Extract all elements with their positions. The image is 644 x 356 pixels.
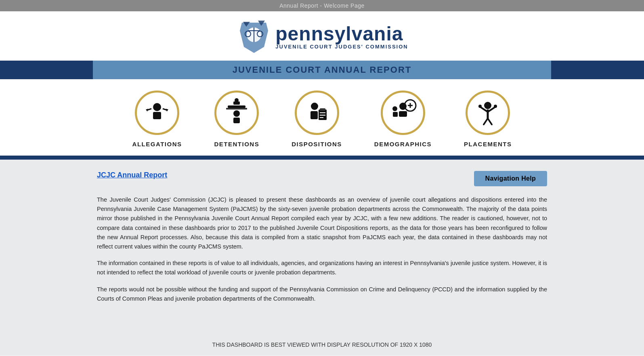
- allegations-icon-circle: [135, 91, 179, 135]
- nav-item-placements[interactable]: PLACEMENTS: [464, 91, 512, 147]
- placements-icon: [473, 98, 502, 127]
- svg-point-32: [484, 102, 491, 109]
- content-paragraph-1: The Juvenile Court Judges' Commission (J…: [97, 195, 547, 251]
- logo-text: pennsylvania JUVENILE COURT JUDGES' COMM…: [275, 24, 408, 50]
- nav-item-detentions[interactable]: DETENTIONS: [214, 91, 259, 147]
- content-body: The Juvenile Court Judges' Commission (J…: [97, 195, 547, 303]
- nav-item-allegations[interactable]: ALLEGATIONS: [132, 91, 182, 147]
- logo-area: pennsylvania JUVENILE COURT JUDGES' COMM…: [0, 11, 644, 61]
- content-paragraph-2: The information contained in these repor…: [97, 259, 547, 277]
- nav-icons-area: ALLEGATIONS DETENTIONS: [0, 79, 644, 156]
- svg-point-16: [233, 110, 240, 117]
- svg-rect-17: [233, 118, 240, 123]
- svg-rect-9: [153, 112, 161, 119]
- demographics-icon: [388, 98, 417, 127]
- placements-label: PLACEMENTS: [464, 141, 512, 147]
- svg-point-33: [478, 105, 482, 108]
- placements-icon-circle: [466, 91, 510, 135]
- svg-rect-21: [320, 108, 325, 111]
- content-area: JCJC Annual Report Navigation Help The J…: [0, 160, 644, 337]
- header-banner: JUVENILE COURT ANNUAL REPORT: [0, 61, 644, 79]
- svg-rect-31: [393, 112, 398, 117]
- navigation-help-button[interactable]: Navigation Help: [474, 171, 547, 186]
- svg-rect-26: [399, 111, 407, 117]
- top-bar: Annual Report - Welcome Page: [0, 0, 644, 11]
- nav-item-dispositions[interactable]: DISPOSITIONS: [292, 91, 342, 147]
- detentions-label: DETENTIONS: [214, 141, 259, 147]
- svg-rect-15: [226, 108, 247, 110]
- svg-point-34: [494, 105, 497, 108]
- footer-note-text: THIS DASHBOARD IS BEST VIEWED WITH DISPL…: [212, 341, 432, 348]
- allegations-icon: [143, 98, 172, 127]
- allegations-label: ALLEGATIONS: [132, 141, 182, 147]
- header-banner-title: JUVENILE COURT ANNUAL REPORT: [233, 61, 411, 79]
- content-title-link[interactable]: JCJC Annual Report: [97, 171, 167, 179]
- dispositions-label: DISPOSITIONS: [292, 141, 342, 147]
- commission-name: JUVENILE COURT JUDGES' COMMISSION: [275, 44, 408, 50]
- nav-item-demographics[interactable]: DEMOGRAPHICS: [374, 91, 432, 147]
- svg-rect-14: [228, 105, 245, 108]
- demographics-icon-circle: [381, 91, 425, 135]
- svg-point-8: [153, 103, 161, 111]
- pa-name: pennsylvania: [275, 24, 408, 44]
- pa-logo-icon: [236, 19, 272, 55]
- detentions-icon: [222, 98, 251, 127]
- logo-container: pennsylvania JUVENILE COURT JUDGES' COMM…: [236, 19, 408, 55]
- dispositions-icon-circle: [295, 91, 339, 135]
- top-bar-title: Annual Report - Welcome Page: [279, 2, 365, 9]
- blue-divider: [0, 156, 644, 160]
- detentions-icon-circle: [214, 91, 259, 135]
- svg-point-30: [392, 106, 397, 111]
- svg-point-13: [235, 98, 239, 102]
- svg-rect-19: [310, 111, 318, 119]
- svg-point-18: [311, 103, 318, 110]
- content-header: JCJC Annual Report Navigation Help: [97, 171, 547, 186]
- dispositions-icon: [302, 98, 331, 127]
- footer-note: THIS DASHBOARD IS BEST VIEWED WITH DISPL…: [0, 337, 644, 355]
- demographics-label: DEMOGRAPHICS: [374, 141, 432, 147]
- content-paragraph-3: The reports would not be possible withou…: [97, 285, 547, 303]
